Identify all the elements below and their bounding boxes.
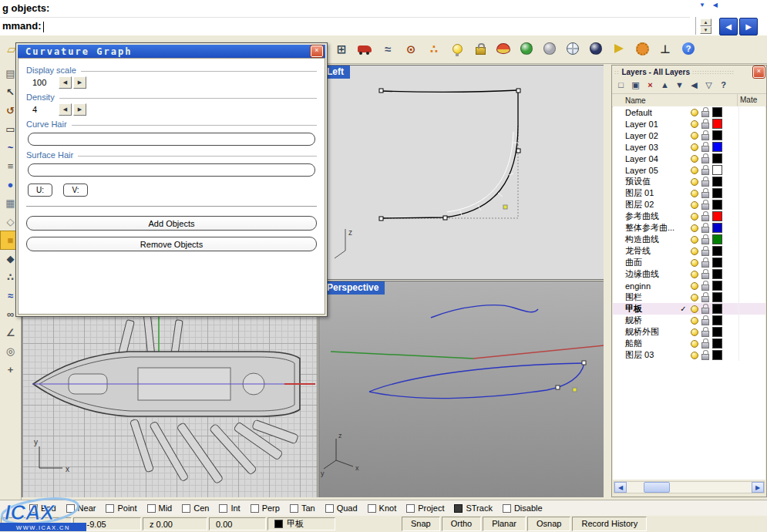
osnap-checkbox[interactable] — [290, 504, 298, 513]
viewport-perspective[interactable]: Perspective z x y — [318, 281, 605, 499]
lock-icon[interactable] — [470, 38, 490, 59]
filter-icon[interactable]: ▽ — [702, 79, 715, 92]
layer-lock-icon[interactable] — [700, 280, 711, 291]
delete-layer-icon[interactable]: × — [644, 79, 657, 92]
status-toggle-record-history[interactable]: Record History — [572, 517, 647, 531]
scroll-left-icon[interactable]: ◀ — [614, 482, 627, 493]
layer-lock-icon[interactable] — [700, 118, 711, 130]
layer-material-cell[interactable] — [738, 280, 765, 291]
layers-header-material[interactable]: Mate — [737, 94, 766, 106]
layer-material-cell[interactable] — [738, 349, 765, 361]
layer-lock-icon[interactable] — [700, 234, 711, 245]
layer-visibility-bulb-icon[interactable] — [689, 187, 700, 199]
layer-color-swatch[interactable] — [712, 211, 722, 221]
layer-visibility-bulb-icon[interactable] — [689, 326, 700, 338]
osnap-checkbox[interactable] — [106, 504, 114, 513]
remove-objects-button[interactable]: Remove Objects — [26, 237, 317, 251]
layer-material-cell[interactable] — [738, 326, 765, 338]
layer-color-swatch[interactable] — [712, 281, 722, 291]
scroll-right-icon[interactable]: ▶ — [752, 482, 764, 493]
layers-header-name[interactable]: Name — [612, 96, 737, 105]
layer-visibility-bulb-icon[interactable] — [689, 130, 700, 141]
layer-row[interactable]: Layer 04 — [613, 153, 765, 164]
layer-lock-icon[interactable] — [700, 349, 711, 361]
layer-row[interactable]: 曲面 — [613, 257, 765, 268]
osnap-checkbox[interactable] — [147, 504, 156, 513]
layer-material-cell[interactable] — [738, 315, 765, 326]
layer-color-swatch[interactable] — [712, 200, 722, 210]
wireframe-globe-icon[interactable] — [563, 38, 583, 59]
layers-horizontal-scrollbar[interactable]: ◀ ▶ — [614, 481, 765, 493]
display-scale-increment-icon[interactable]: ▶ — [73, 76, 86, 89]
osnap-cen[interactable]: Cen — [182, 503, 209, 513]
osnap-checkbox[interactable] — [325, 504, 334, 513]
layer-lock-icon[interactable] — [700, 164, 711, 176]
osnap-checkbox[interactable] — [219, 504, 227, 513]
layer-material-cell[interactable] — [738, 199, 765, 210]
mesh-surface-icon[interactable]: ≈ — [378, 38, 398, 59]
control-points-icon[interactable]: ∴ — [424, 38, 444, 59]
layer-color-swatch[interactable] — [712, 107, 722, 117]
layer-color-swatch[interactable] — [712, 119, 722, 129]
arc-circle-icon[interactable]: ⊙ — [401, 38, 421, 59]
spinner-down-icon[interactable]: ▼ — [700, 26, 711, 34]
layer-material-cell[interactable] — [738, 118, 765, 130]
osnap-disable[interactable]: Disable — [503, 503, 543, 513]
density-increment-icon[interactable]: ▶ — [73, 103, 86, 116]
shaded-view-icon[interactable] — [516, 38, 537, 59]
layer-color-swatch[interactable] — [712, 188, 722, 198]
layer-visibility-bulb-icon[interactable] — [689, 153, 700, 164]
layer-visibility-bulb-icon[interactable] — [689, 176, 700, 187]
osnap-checkbox[interactable] — [454, 504, 463, 513]
layer-lock-icon[interactable] — [700, 187, 711, 199]
layer-lock-icon[interactable] — [700, 257, 711, 268]
layer-row[interactable]: 图层 03 — [613, 349, 765, 361]
layer-visibility-bulb-icon[interactable] — [689, 315, 700, 326]
layer-material-cell[interactable] — [738, 164, 765, 176]
layer-row[interactable]: 构造曲线 — [613, 234, 765, 245]
layer-row[interactable]: Default — [613, 106, 765, 118]
display-scale-value[interactable]: 100 — [32, 78, 57, 87]
current-layer-chip[interactable]: 甲板 — [267, 517, 335, 530]
layer-visibility-bulb-icon[interactable] — [689, 141, 700, 153]
osnap-checkbox[interactable] — [503, 504, 511, 513]
status-toggle-ortho[interactable]: Ortho — [442, 517, 482, 531]
layer-row[interactable]: Layer 05 — [613, 164, 765, 176]
layer-visibility-bulb-icon[interactable] — [689, 280, 700, 291]
osnap-knot[interactable]: Knot — [368, 503, 397, 513]
new-layer-icon[interactable]: □ — [614, 79, 627, 92]
layer-material-cell[interactable] — [738, 257, 765, 268]
layer-visibility-bulb-icon[interactable] — [689, 291, 700, 303]
angle-tool-icon[interactable]: ∠ — [1, 324, 20, 342]
layer-color-swatch[interactable] — [712, 350, 722, 360]
layer-visibility-bulb-icon[interactable] — [689, 268, 700, 280]
layer-lock-icon[interactable] — [700, 176, 711, 187]
layer-color-swatch[interactable] — [712, 234, 722, 244]
layer-lock-icon[interactable] — [700, 210, 711, 222]
layer-row[interactable]: 船艏 — [613, 338, 765, 349]
add-objects-button[interactable]: Add Objects — [26, 216, 317, 231]
layer-material-cell[interactable] — [738, 245, 765, 257]
layer-material-cell[interactable] — [738, 130, 765, 141]
dialog-titlebar[interactable]: Curvature Graph × — [18, 45, 325, 58]
osnap-int[interactable]: Int — [219, 503, 240, 513]
flag-icon[interactable] — [609, 38, 629, 59]
viewport-panel-splitter[interactable] — [604, 65, 611, 497]
layer-material-cell[interactable] — [738, 291, 765, 303]
history-next-button[interactable]: ▶ — [739, 18, 758, 35]
render-car-icon[interactable] — [355, 38, 375, 59]
layer-material-cell[interactable] — [738, 338, 765, 349]
layer-visibility-bulb-icon[interactable] — [689, 222, 700, 234]
osnap-checkbox[interactable] — [251, 504, 259, 513]
layer-row[interactable]: 图层 02 — [613, 199, 765, 210]
layer-lock-icon[interactable] — [700, 141, 711, 153]
scrollbar-thumb[interactable] — [644, 482, 670, 493]
layer-color-swatch[interactable] — [712, 258, 722, 268]
density-value[interactable]: 4 — [32, 105, 57, 114]
layers-panel-titlebar[interactable]: :: Layers - All Layers :::::::::::::::::… — [612, 66, 766, 77]
layer-row[interactable]: 舰桥外围 — [613, 326, 765, 338]
layer-row[interactable]: 围栏 — [613, 291, 765, 303]
osnap-project[interactable]: Project — [406, 503, 444, 513]
layer-material-cell[interactable] — [738, 141, 765, 153]
layer-row[interactable]: 甲板✓ — [613, 303, 765, 315]
